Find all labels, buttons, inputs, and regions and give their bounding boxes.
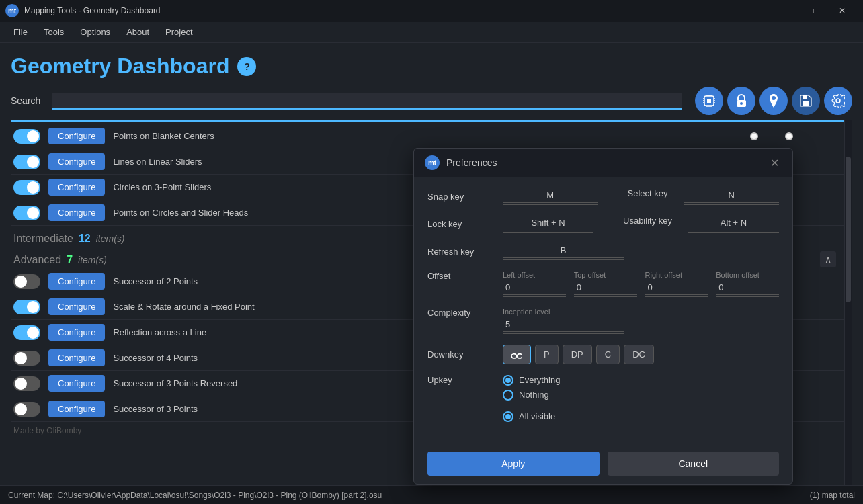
- offset-row: Offset Left offset Top offset Right offs…: [427, 271, 779, 297]
- configure-circles-3point-button[interactable]: Configure: [48, 179, 105, 196]
- close-button[interactable]: ✕: [827, 0, 858, 22]
- all-visible-label: All visible: [519, 411, 555, 421]
- prefs-app-icon: mt: [425, 155, 440, 170]
- upkey-nothing-label: Nothing: [519, 390, 549, 400]
- tool-label-scale-rotate: Scale & Rotate around a Fixed Point: [113, 302, 254, 312]
- search-label: Search: [11, 95, 44, 106]
- tool-label-circles-3point: Circles on 3-Point Sliders: [113, 182, 211, 192]
- offset-label: Offset: [427, 271, 495, 281]
- usability-key-input[interactable]: [688, 216, 779, 230]
- intermediate-title: Intermediate: [13, 233, 73, 245]
- menu-file[interactable]: File: [5, 24, 36, 40]
- minimize-button[interactable]: —: [765, 0, 796, 22]
- menubar: File Tools Options About Project: [0, 22, 863, 43]
- tool-row: Configure Points on Blanket Centers: [11, 124, 850, 149]
- tool-label-successor3: Successor of 3 Points: [113, 404, 198, 414]
- searchbar: Search: [11, 84, 852, 120]
- toggle-successor4[interactable]: [13, 351, 40, 366]
- maximize-button[interactable]: □: [796, 0, 827, 22]
- menu-about[interactable]: About: [118, 24, 157, 40]
- right-offset-input[interactable]: [645, 280, 708, 295]
- toggle-successor2[interactable]: [13, 274, 40, 289]
- scrollbar-thumb: [846, 157, 851, 302]
- tool-label-lines-linear: Lines on Linear Sliders: [113, 157, 202, 167]
- snap-key-label: Snap key: [427, 192, 495, 202]
- toggle-scale-rotate[interactable]: [13, 300, 40, 314]
- select-key-label: Select key: [614, 188, 668, 205]
- inception-level-input[interactable]: [503, 317, 624, 332]
- refresh-key-input[interactable]: [503, 243, 624, 258]
- search-input[interactable]: [52, 93, 682, 110]
- lock-icon-btn[interactable]: [727, 87, 755, 115]
- complexity-label: Complexity: [427, 308, 495, 318]
- snap-select-row: Snap key Select key: [427, 188, 779, 205]
- toggle-circles-3point[interactable]: [13, 180, 40, 195]
- inception-level-label: Inception level: [503, 308, 624, 316]
- configure-successor2-button[interactable]: Configure: [48, 273, 105, 290]
- location-icon-btn[interactable]: [759, 87, 788, 115]
- toggle-successor3rev[interactable]: [13, 376, 40, 391]
- upkey-nothing-item[interactable]: Nothing: [503, 390, 560, 401]
- upkey-nothing-radio[interactable]: [503, 390, 513, 401]
- toggle-reflection[interactable]: [13, 325, 40, 340]
- left-offset-label: Left offset: [503, 271, 566, 279]
- cancel-button[interactable]: Cancel: [608, 452, 780, 476]
- lock-key-input[interactable]: [503, 216, 593, 230]
- all-visible-radio[interactable]: [503, 411, 513, 422]
- configure-scale-rotate-button[interactable]: Configure: [48, 298, 105, 315]
- upkey-everything-radio[interactable]: [503, 375, 513, 386]
- top-offset-label: Top offset: [574, 271, 637, 279]
- menu-tools[interactable]: Tools: [36, 24, 72, 40]
- upkey-everything-label: Everything: [519, 375, 560, 385]
- downkey-infinity-btn[interactable]: [503, 345, 531, 364]
- configure-reflection-button[interactable]: Configure: [48, 324, 105, 341]
- collapse-advanced-btn[interactable]: ∧: [820, 251, 836, 267]
- toggle-lines-linear[interactable]: [13, 155, 40, 169]
- configure-successor3rev-button[interactable]: Configure: [48, 375, 105, 392]
- chip-icon-btn[interactable]: [695, 87, 723, 115]
- menu-options[interactable]: Options: [72, 24, 118, 40]
- prefs-footer: Apply Cancel: [414, 444, 792, 484]
- prefs-title: Preferences: [446, 157, 760, 168]
- downkey-dp-btn[interactable]: DP: [563, 345, 592, 364]
- tool-label-points-blanket: Points on Blanket Centers: [113, 131, 214, 141]
- apply-button[interactable]: Apply: [427, 452, 600, 476]
- top-offset-input[interactable]: [574, 280, 637, 295]
- bottom-offset-input[interactable]: [716, 280, 779, 295]
- configure-lines-linear-button[interactable]: Configure: [48, 153, 105, 170]
- page-title: Geometry Dashboard: [11, 54, 229, 79]
- all-visible-item[interactable]: All visible: [503, 411, 555, 422]
- page-header: Geometry Dashboard ?: [11, 43, 852, 84]
- prefs-body: Snap key Select key Lock key: [414, 177, 792, 444]
- advanced-count: 7: [67, 254, 73, 266]
- tool-label-successor4: Successor of 4 Points: [113, 353, 198, 363]
- main-scrollbar[interactable]: [844, 120, 852, 485]
- snap-key-input[interactable]: [503, 188, 598, 203]
- help-icon[interactable]: ?: [237, 57, 256, 76]
- left-offset-input[interactable]: [503, 280, 566, 295]
- tool-label-successor3rev: Successor of 3 Points Reversed: [113, 378, 237, 388]
- svg-rect-17: [803, 95, 807, 99]
- prefs-close-button[interactable]: ✕: [767, 155, 782, 170]
- tool-label-reflection: Reflection across a Line: [113, 327, 206, 337]
- toggle-successor3[interactable]: [13, 402, 40, 417]
- configure-successor3-button[interactable]: Configure: [48, 401, 105, 417]
- configure-points-circles-button[interactable]: Configure: [48, 204, 105, 221]
- toggle-points-blanket[interactable]: [13, 129, 40, 144]
- configure-points-blanket-button[interactable]: Configure: [48, 128, 105, 144]
- all-visible-row: All visible: [503, 411, 779, 422]
- upkey-everything-item[interactable]: Everything: [503, 375, 560, 386]
- configure-successor4-button[interactable]: Configure: [48, 349, 105, 366]
- downkey-dc-btn[interactable]: DC: [624, 345, 654, 364]
- downkey-p-btn[interactable]: P: [535, 345, 559, 364]
- intermediate-unit: item(s): [96, 233, 125, 244]
- tool-label-successor2: Successor of 2 Points: [113, 276, 198, 286]
- window-title: Mapping Tools - Geometry Dashboard: [24, 6, 765, 15]
- complexity-row: Complexity Inception level: [427, 308, 779, 334]
- downkey-c-btn[interactable]: C: [596, 345, 620, 364]
- save-icon-btn[interactable]: [792, 87, 820, 115]
- select-key-input[interactable]: [684, 188, 780, 203]
- settings-icon-btn[interactable]: [824, 87, 852, 115]
- toggle-points-circles[interactable]: [13, 206, 40, 220]
- menu-project[interactable]: Project: [157, 24, 200, 40]
